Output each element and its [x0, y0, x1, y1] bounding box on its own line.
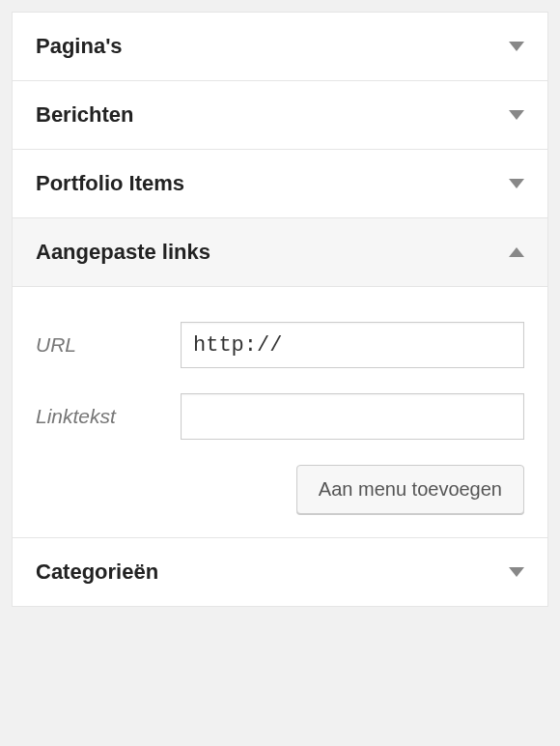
panel-title-categories: Categorieën	[36, 560, 158, 585]
panel-pages: Pagina's	[12, 12, 548, 81]
panel-title-pages: Pagina's	[36, 34, 123, 59]
chevron-down-icon	[509, 567, 524, 577]
panel-header-custom-links[interactable]: Aangepaste links	[13, 218, 547, 286]
panel-title-custom-links: Aangepaste links	[36, 240, 210, 265]
panel-body-custom-links: URL Linktekst Aan menu toevoegen	[13, 286, 547, 537]
panel-posts: Berichten	[12, 80, 548, 150]
panel-header-portfolio[interactable]: Portfolio Items	[13, 150, 547, 217]
chevron-down-icon	[509, 110, 524, 120]
url-label: URL	[36, 333, 181, 357]
linktext-input[interactable]	[181, 393, 524, 440]
form-row-linktext: Linktekst	[36, 393, 524, 440]
panel-custom-links: Aangepaste links URL Linktekst Aan menu …	[12, 217, 548, 538]
menu-items-accordion: Pagina's Berichten Portfolio Items Aange…	[12, 12, 548, 607]
linktext-label: Linktekst	[36, 405, 181, 428]
button-row: Aan menu toevoegen	[36, 465, 524, 514]
url-input[interactable]	[181, 322, 524, 368]
panel-header-posts[interactable]: Berichten	[13, 81, 547, 149]
add-to-menu-button[interactable]: Aan menu toevoegen	[296, 465, 524, 514]
chevron-down-icon	[509, 179, 524, 188]
panel-portfolio: Portfolio Items	[12, 149, 548, 218]
chevron-down-icon	[509, 42, 524, 51]
chevron-up-icon	[509, 247, 524, 257]
panel-categories: Categorieën	[12, 537, 548, 607]
panel-header-pages[interactable]: Pagina's	[13, 13, 547, 80]
panel-header-categories[interactable]: Categorieën	[13, 538, 547, 606]
panel-title-posts: Berichten	[36, 102, 133, 128]
form-row-url: URL	[36, 322, 524, 368]
panel-title-portfolio: Portfolio Items	[36, 171, 184, 196]
